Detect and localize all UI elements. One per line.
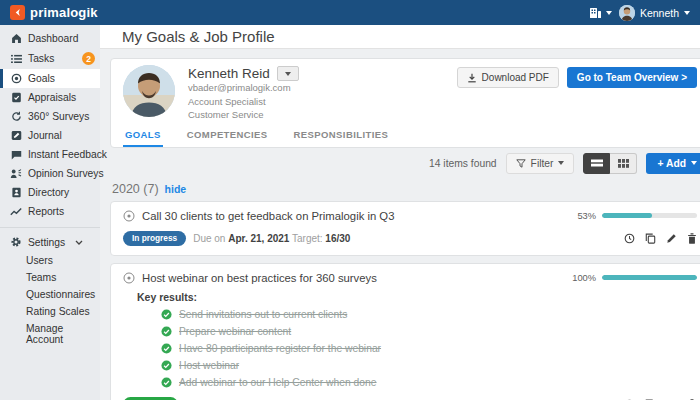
sidebar-item-360-surveys[interactable]: 360° Surveys — [0, 107, 100, 126]
download-pdf-label: Download PDF — [482, 72, 549, 83]
task-list-icon — [10, 54, 22, 64]
contact-card-icon — [10, 187, 22, 198]
sidebar-item-goals[interactable]: Goals — [0, 69, 100, 88]
organization-menu-button[interactable] — [589, 7, 612, 19]
check-circle-icon — [161, 326, 172, 337]
profile-job-title: Account Specialist — [188, 95, 299, 109]
goal-progress: 100% — [572, 273, 697, 283]
metric-value: 16/30 — [325, 233, 350, 244]
page-header: My Goals & Job Profile — [100, 25, 700, 49]
items-found-text: 14 items found — [429, 158, 497, 169]
sidebar-item-label: Journal — [28, 130, 62, 141]
sidebar-item-directory[interactable]: Directory — [0, 183, 100, 202]
grid-view-button[interactable] — [610, 153, 637, 174]
chevron-down-icon — [558, 161, 564, 165]
funnel-icon — [516, 159, 526, 168]
sidebar-item-label: Instant Feedback — [28, 149, 107, 160]
profile-options-button[interactable] — [277, 66, 299, 81]
home-icon — [10, 33, 22, 44]
key-result-item: Send invitations out to current clients — [161, 309, 697, 320]
tab-responsibilities[interactable]: RESPONSIBILITIES — [292, 125, 391, 147]
status-badge: In progress — [123, 231, 186, 246]
list-view-button[interactable] — [583, 153, 610, 174]
brand-name: primalogik — [30, 5, 98, 20]
sidebar-item-label: Tasks — [28, 53, 54, 64]
add-goal-button[interactable]: + Add — [646, 153, 700, 174]
due-date: Apr. 21, 2021 — [228, 233, 289, 244]
goal-target-icon — [123, 210, 135, 222]
filter-label: Filter — [531, 158, 554, 169]
progress-percent: 53% — [577, 211, 596, 221]
sidebar-item-label: Settings — [28, 237, 65, 248]
sidebar-divider — [0, 227, 100, 228]
duplicate-button[interactable] — [645, 233, 656, 244]
profile-name: Kenneth Reid — [188, 66, 270, 81]
topbar: primalogik Kenneth — [0, 0, 700, 25]
goal-actions — [624, 233, 697, 244]
delete-button[interactable] — [687, 233, 697, 244]
key-result-text: Host webinar — [179, 360, 239, 371]
key-result-item: Host webinar — [161, 360, 697, 371]
goals-toolbar: 14 items found Filter + Add — [110, 148, 700, 179]
goal-card: Host webinar on best practices for 360 s… — [110, 263, 700, 400]
trash-icon — [687, 233, 697, 244]
goal-title[interactable]: Call 30 clients to get feedback on Prima… — [142, 210, 394, 222]
progress-bar — [602, 275, 697, 280]
year-section-heading: 2020 (7) hide — [112, 182, 698, 196]
download-icon — [467, 73, 477, 83]
key-result-text: Prepare webinar content — [179, 326, 291, 337]
sidebar-item-label: Appraisals — [28, 92, 76, 103]
check-circle-icon — [161, 343, 172, 354]
key-result-item: Prepare webinar content — [161, 326, 697, 337]
key-results-block: Key results: Send invitations out to cur… — [137, 291, 697, 388]
chevron-down-icon — [285, 72, 291, 76]
sidebar-item-tasks[interactable]: Tasks 2 — [0, 48, 100, 69]
building-icon — [589, 7, 602, 19]
sidebar-item-reports[interactable]: Reports — [0, 202, 100, 221]
check-circle-icon — [161, 309, 172, 320]
pencil-icon — [666, 233, 677, 244]
sidebar-subitem-manage-account[interactable]: Manage Account — [0, 320, 100, 348]
brand-logo[interactable]: primalogik — [10, 5, 98, 20]
key-result-item: Have 80 participants register for the we… — [161, 343, 697, 354]
hide-section-link[interactable]: hide — [165, 183, 187, 195]
sidebar-item-instant-feedback[interactable]: Instant Feedback — [0, 145, 100, 164]
edit-button[interactable] — [666, 233, 677, 244]
team-overview-button[interactable]: Go to Team Overview > — [567, 67, 697, 88]
trend-chart-icon — [10, 207, 22, 217]
sidebar-subitem-questionnaires[interactable]: Questionnaires — [0, 286, 100, 303]
filter-button[interactable]: Filter — [506, 153, 575, 174]
sidebar-subitem-teams[interactable]: Teams — [0, 269, 100, 286]
download-pdf-button[interactable]: Download PDF — [457, 67, 559, 88]
user-name: Kenneth — [640, 7, 679, 19]
grid-view-icon — [618, 159, 629, 168]
user-menu-button[interactable]: Kenneth — [619, 5, 690, 21]
key-results-heading: Key results: — [137, 291, 697, 303]
history-button[interactable] — [624, 233, 635, 244]
sidebar-item-appraisals[interactable]: Appraisals — [0, 88, 100, 107]
clock-icon — [624, 233, 635, 244]
sidebar-item-dashboard[interactable]: Dashboard — [0, 29, 100, 48]
sidebar-subitem-users[interactable]: Users — [0, 252, 100, 269]
tasks-count-badge: 2 — [82, 52, 95, 65]
goal-title[interactable]: Host webinar on best practices for 360 s… — [142, 272, 377, 284]
key-result-text: Add webinar to our Help Center when done — [179, 377, 376, 388]
tab-competencies[interactable]: COMPETENCIES — [185, 125, 270, 147]
due-label: Due on — [193, 233, 225, 244]
sidebar-item-settings[interactable]: Settings — [0, 232, 100, 252]
goal-target-icon — [123, 272, 135, 284]
view-toggle — [583, 153, 637, 174]
sidebar-subitem-rating-scales[interactable]: Rating Scales — [0, 303, 100, 320]
key-result-text: Have 80 participants register for the we… — [179, 343, 381, 354]
sidebar-item-journal[interactable]: Journal — [0, 126, 100, 145]
clipboard-check-icon — [10, 92, 22, 103]
profile-email: vbader@primalogik.com — [188, 81, 299, 95]
sidebar-item-opinion-surveys[interactable]: Opinion Surveys — [0, 164, 100, 183]
year-label: 2020 (7) — [112, 182, 159, 196]
progress-bar — [602, 213, 697, 218]
target-icon — [10, 73, 22, 84]
tab-goals[interactable]: GOALS — [123, 125, 163, 147]
chevron-down-icon — [606, 11, 612, 15]
journal-pen-icon — [10, 130, 22, 141]
key-result-item: Add webinar to our Help Center when done — [161, 377, 697, 388]
